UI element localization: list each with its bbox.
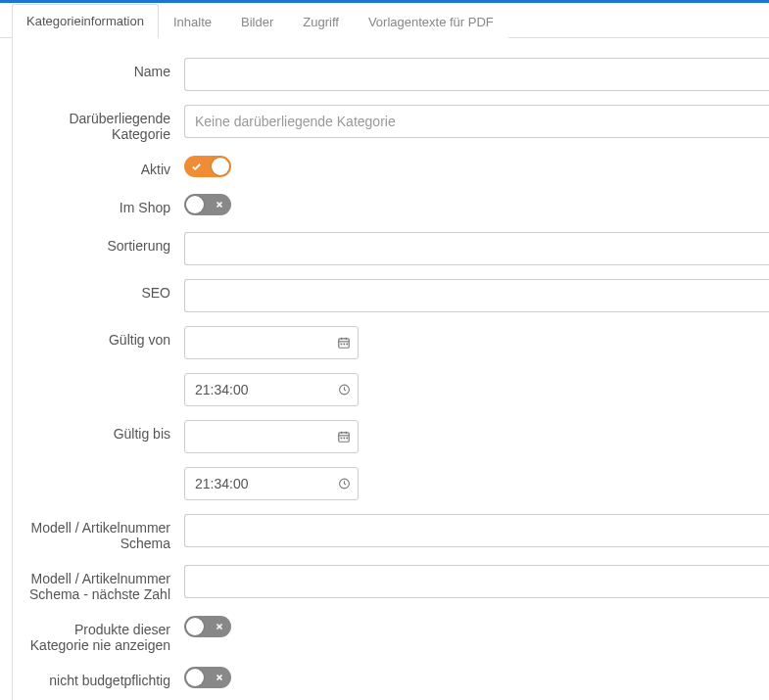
model-schema-next-input[interactable]	[184, 565, 769, 598]
toggle-knob	[212, 158, 229, 175]
valid-to-date-input[interactable]	[184, 420, 359, 453]
sort-input[interactable]	[184, 232, 769, 265]
valid-to-time-input[interactable]	[184, 467, 359, 500]
tab-zugriff[interactable]: Zugriff	[288, 5, 354, 38]
label-name: Name	[13, 58, 184, 79]
in-shop-toggle[interactable]	[184, 194, 231, 215]
label-model-schema-next: Modell / Artikelnummer Schema - nächste …	[13, 565, 184, 602]
x-icon	[215, 200, 224, 210]
label-not-budget: nicht budgetpflichtig	[13, 667, 184, 688]
x-icon	[215, 673, 224, 682]
parent-category-input[interactable]	[184, 105, 769, 138]
tab-bar: Kategorieinformation Inhalte Bilder Zugr…	[0, 3, 769, 38]
form-panel: Name Darüberliegende Kategorie Aktiv Im …	[12, 38, 769, 700]
tab-bilder[interactable]: Bilder	[226, 5, 288, 38]
x-icon	[215, 622, 224, 631]
label-active: Aktiv	[13, 156, 184, 177]
hide-products-toggle[interactable]	[184, 616, 231, 637]
valid-from-time-input[interactable]	[184, 373, 359, 406]
seo-input[interactable]	[184, 279, 769, 312]
label-seo: SEO	[13, 279, 184, 301]
label-valid-from: Gültig von	[13, 326, 184, 348]
label-parent-category: Darüberliegende Kategorie	[13, 105, 184, 142]
tab-vorlagentexte[interactable]: Vorlagentexte für PDF	[354, 5, 508, 38]
label-valid-to: Gültig bis	[13, 420, 184, 442]
toggle-knob	[186, 669, 204, 686]
label-model-schema: Modell / Artikelnummer Schema	[13, 514, 184, 551]
active-toggle[interactable]	[184, 156, 231, 177]
tab-kategorieinformation[interactable]: Kategorieinformation	[12, 4, 159, 38]
model-schema-input[interactable]	[184, 514, 769, 547]
toggle-knob	[186, 196, 204, 213]
toggle-knob	[186, 618, 204, 635]
label-sort: Sortierung	[13, 232, 184, 254]
not-budget-toggle[interactable]	[184, 667, 231, 688]
tab-inhalte[interactable]: Inhalte	[159, 5, 226, 38]
name-input[interactable]	[184, 58, 769, 91]
label-hide-products: Produkte dieser Kategorie nie anzeigen	[13, 616, 184, 653]
check-icon	[191, 162, 202, 172]
label-in-shop: Im Shop	[13, 194, 184, 215]
valid-from-date-input[interactable]	[184, 326, 359, 359]
